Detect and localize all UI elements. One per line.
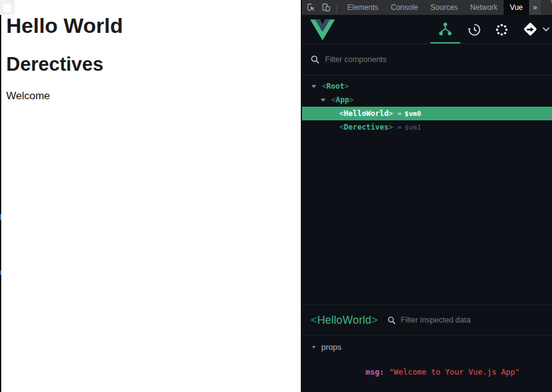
filter-inspected-data-input[interactable]: [401, 316, 537, 324]
vm-equals: =: [398, 123, 402, 131]
background-window-icon-sliver: [0, 270, 1, 275]
search-icon: [388, 316, 396, 324]
component-filter-bar: [302, 44, 552, 76]
page-heading-derectives: Derectives: [6, 53, 104, 76]
page-corner-widget: [0, 0, 15, 15]
prop-colon: :: [380, 367, 385, 376]
search-icon: [311, 55, 319, 64]
expand-arrow-icon[interactable]: [321, 99, 326, 102]
tag-bracket: <: [311, 314, 317, 326]
component-tag: <HelloWorld>: [339, 109, 393, 118]
more-tabs-button[interactable]: »: [529, 0, 541, 15]
prop-row-msg[interactable]: msg:"Welcome to Your Vue.js App": [328, 358, 552, 386]
device-toolbar-icon[interactable]: [321, 2, 332, 13]
tab-elements[interactable]: Elements: [341, 0, 385, 15]
inspected-data-filter-bar: [388, 316, 537, 324]
tag-bracket: >: [372, 314, 378, 326]
component-tag: <App>: [331, 96, 354, 104]
tab-label: Elements: [347, 3, 378, 12]
vue-devtools-header: [302, 15, 552, 44]
prop-key: msg: [365, 367, 380, 376]
tag-name: App: [336, 96, 349, 104]
inspect-element-icon[interactable]: [306, 2, 317, 13]
more-tabs-chevron-icon: »: [533, 3, 537, 12]
tab-label: Sources: [430, 3, 458, 12]
vue-logo-icon: [310, 19, 335, 41]
tree-row-helloworld-selected[interactable]: <HelloWorld> = $vm0: [302, 107, 552, 120]
background-window-icon-sliver: [0, 214, 1, 220]
vm-equals: =: [398, 110, 402, 118]
vm-reference: $vm1: [404, 123, 421, 131]
components-tree-tab-icon[interactable]: [437, 22, 453, 37]
tag-name: Derectives: [344, 123, 388, 131]
tab-label: Console: [391, 3, 418, 12]
active-tool-underline: [430, 42, 460, 43]
tab-label: Vue: [510, 3, 523, 12]
tag-bracket: >: [349, 96, 354, 104]
browser-page: Hello World Derectives Welcome: [0, 0, 301, 392]
devtools-tabbar: Elements Console Sources Network Vue »: [302, 0, 552, 15]
timeline-history-icon[interactable]: [467, 22, 482, 37]
page-corner-widget-inner: [3, 4, 11, 12]
tag-name: Root: [326, 82, 344, 91]
expand-arrow-icon[interactable]: [311, 85, 316, 88]
plugins-dots-icon[interactable]: [495, 23, 509, 37]
page-welcome-text: Welcome: [6, 90, 50, 102]
page-heading-hello-world: Hello World: [6, 14, 123, 38]
tag-name: HelloWorld: [317, 314, 371, 326]
inspector-header: <HelloWorld>: [302, 305, 552, 336]
component-tag: <Derectives>: [339, 123, 393, 131]
component-tag: <Root>: [322, 82, 349, 91]
tree-row-app[interactable]: <App>: [302, 93, 552, 107]
tree-row-derectives[interactable]: <Derectives> = $vm1: [302, 120, 552, 134]
component-tree: <Root> <App> <HelloWorld> = $vm0 <Derect…: [302, 76, 552, 305]
expand-arrow-icon[interactable]: [312, 346, 316, 349]
tab-network[interactable]: Network: [464, 0, 504, 15]
background-window-sliver: [0, 15, 1, 392]
tag-bracket: >: [388, 123, 393, 131]
selected-component-tag: <HelloWorld>: [311, 314, 378, 327]
filter-components-input[interactable]: [325, 55, 461, 64]
tag-bracket: >: [388, 109, 393, 118]
tab-vue[interactable]: Vue: [504, 0, 529, 15]
props-group-header[interactable]: props: [302, 342, 552, 352]
devtools-panel: Elements Console Sources Network Vue »: [302, 0, 552, 392]
prop-value: "Welcome to Your Vue.js App": [389, 367, 520, 376]
app-switch-diamond-icon[interactable]: [522, 21, 538, 37]
tab-sources[interactable]: Sources: [424, 0, 464, 15]
tab-label: Network: [470, 3, 497, 12]
tag-bracket: >: [344, 82, 349, 91]
vm-reference: $vm0: [404, 110, 421, 118]
tag-name: HelloWorld: [344, 109, 388, 118]
screenshot-root: Hello World Derectives Welcome: [0, 0, 552, 392]
tab-console[interactable]: Console: [385, 0, 424, 15]
toolbar-separator: [336, 5, 337, 14]
inspector-props-section: props msg:"Welcome to Your Vue.js App": [302, 336, 552, 392]
chevron-down-icon[interactable]: [542, 27, 550, 32]
props-group-label: props: [321, 342, 342, 352]
tree-row-root[interactable]: <Root>: [302, 79, 552, 93]
devtools-toolbar-icons: [302, 0, 341, 15]
